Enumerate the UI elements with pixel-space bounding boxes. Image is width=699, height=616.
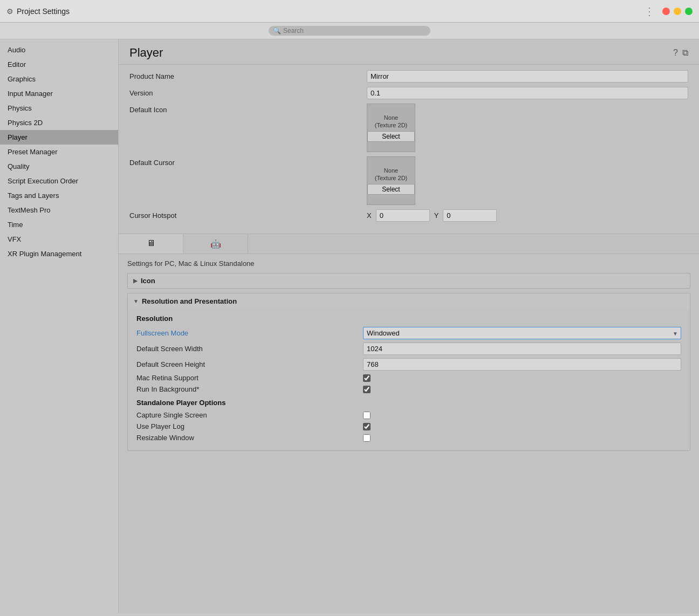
product-name-input[interactable] [367, 70, 688, 83]
platform-subtitle: Settings for PC, Mac & Linux Standalone [127, 259, 690, 268]
use-player-log-checkbox[interactable] [363, 423, 371, 430]
sidebar-item-physics-2d[interactable]: Physics 2D [0, 115, 118, 130]
sidebar-item-player[interactable]: Player [0, 130, 118, 145]
sidebar-item-graphics[interactable]: Graphics [0, 72, 118, 86]
screen-height-value [363, 358, 681, 371]
run-in-background-value [363, 386, 681, 393]
sidebar-item-quality[interactable]: Quality [0, 159, 118, 174]
product-name-value [367, 70, 688, 83]
search-input[interactable] [283, 27, 426, 35]
sidebar-item-vfx[interactable]: VFX [0, 232, 118, 247]
sidebar-item-xr-plugin-management[interactable]: XR Plugin Management [0, 247, 118, 261]
resizable-window-label: Resizable Window [136, 434, 363, 442]
icon-section-arrow: ▶ [133, 278, 138, 284]
layout-icon[interactable]: ⧉ [682, 48, 688, 58]
screen-height-input[interactable] [363, 358, 681, 371]
sidebar-item-time[interactable]: Time [0, 217, 118, 232]
icon-section-header[interactable]: ▶ Icon [128, 273, 690, 288]
mac-retina-checkbox[interactable] [363, 374, 371, 382]
hotspot-x-input[interactable] [376, 209, 430, 222]
capture-single-screen-label: Capture Single Screen [136, 411, 363, 419]
minimize-button[interactable] [674, 8, 681, 15]
gear-icon: ⚙ [6, 7, 13, 16]
resolution-body: Resolution Fullscreen Mode Fullscreen Wi… [128, 309, 690, 450]
version-value [367, 87, 688, 99]
fullscreen-dropdown-wrap: Fullscreen Window Exclusive Fullscreen W… [363, 327, 681, 339]
sidebar-item-input-manager[interactable]: Input Manager [0, 86, 118, 101]
default-cursor-row: Default Cursor None (Texture 2D) Select [129, 156, 688, 205]
icon-section: ▶ Icon [127, 273, 690, 289]
sidebar-item-audio[interactable]: Audio [0, 43, 118, 57]
version-input[interactable] [367, 87, 688, 99]
sidebar-item-editor[interactable]: Editor [0, 57, 118, 72]
sidebar-item-textmesh-pro[interactable]: TextMesh Pro [0, 203, 118, 217]
title-text: Project Settings [17, 7, 70, 16]
window-controls: ⋮ [644, 5, 693, 18]
resolution-section-label: Resolution and Presentation [142, 297, 237, 305]
hotspot-x-label: X [367, 211, 372, 220]
run-in-background-checkbox[interactable] [363, 386, 371, 393]
resolution-section-header[interactable]: ▼ Resolution and Presentation [128, 293, 690, 309]
mac-retina-value [363, 374, 681, 382]
fullscreen-mode-select[interactable]: Fullscreen Window Exclusive Fullscreen W… [363, 327, 681, 339]
fullscreen-mode-value: Fullscreen Window Exclusive Fullscreen W… [363, 327, 681, 339]
product-name-row: Product Name [129, 70, 688, 83]
search-wrap: 🔍 [269, 26, 430, 36]
hotspot-y-label: Y [434, 211, 439, 220]
hotspot-y-input[interactable] [443, 209, 497, 222]
sidebar-item-tags-and-layers[interactable]: Tags and Layers [0, 188, 118, 203]
maximize-button[interactable] [685, 8, 693, 15]
fullscreen-mode-label[interactable]: Fullscreen Mode [136, 329, 363, 337]
cursor-hotspot-fields: X Y [367, 209, 497, 222]
resizable-window-value [363, 434, 681, 442]
screen-width-input[interactable] [363, 343, 681, 355]
fullscreen-mode-row: Fullscreen Mode Fullscreen Window Exclus… [136, 327, 681, 339]
resizable-window-checkbox[interactable] [363, 434, 371, 442]
help-icon[interactable]: ? [673, 48, 678, 58]
screen-width-row: Default Screen Width [136, 343, 681, 355]
header-icons: ? ⧉ [673, 48, 688, 58]
sidebar: AudioEditorGraphicsInput ManagerPhysicsP… [0, 39, 119, 613]
resolution-section: ▼ Resolution and Presentation Resolution… [127, 293, 690, 451]
main-layout: AudioEditorGraphicsInput ManagerPhysicsP… [0, 39, 699, 613]
product-name-label: Product Name [129, 72, 367, 80]
resizable-window-row: Resizable Window [136, 434, 681, 442]
default-icon-select-button[interactable]: Select [367, 131, 415, 142]
default-icon-none-text: None (Texture 2D) [375, 114, 408, 129]
default-icon-box: None (Texture 2D) Select [367, 104, 415, 152]
title-bar: ⚙ Project Settings ⋮ [0, 0, 699, 23]
search-bar: 🔍 [0, 23, 699, 39]
tab-desktop[interactable]: 🖥 [119, 234, 183, 254]
sidebar-item-script-execution-order[interactable]: Script Execution Order [0, 174, 118, 188]
resolution-section-arrow: ▼ [133, 298, 139, 304]
default-icon-row: Default Icon None (Texture 2D) Select [129, 104, 688, 152]
window-title: ⚙ Project Settings [6, 7, 70, 16]
screen-width-label: Default Screen Width [136, 345, 363, 353]
resolution-subtitle: Resolution [136, 314, 681, 323]
default-cursor-label: Default Cursor [129, 156, 367, 167]
capture-single-screen-value [363, 412, 681, 419]
default-cursor-box: None (Texture 2D) Select [367, 156, 415, 205]
default-cursor-none-text: None (Texture 2D) [375, 167, 408, 182]
run-in-background-row: Run In Background* [136, 385, 681, 393]
run-in-background-label: Run In Background* [136, 385, 363, 393]
use-player-log-row: Use Player Log [136, 422, 681, 430]
cursor-hotspot-row: Cursor Hotspot X Y [129, 209, 688, 222]
tab-android[interactable]: 🤖 [183, 234, 248, 254]
default-cursor-select-button[interactable]: Select [367, 184, 415, 195]
close-button[interactable] [662, 8, 670, 15]
sidebar-item-preset-manager[interactable]: Preset Manager [0, 145, 118, 159]
page-title: Player [129, 46, 163, 60]
sidebar-item-physics[interactable]: Physics [0, 101, 118, 115]
capture-single-screen-checkbox[interactable] [363, 412, 371, 419]
version-row: Version [129, 87, 688, 99]
android-icon: 🤖 [210, 239, 221, 249]
platform-tabs: 🖥 🤖 [119, 234, 699, 254]
more-dots-icon: ⋮ [644, 5, 655, 18]
screen-height-row: Default Screen Height [136, 358, 681, 371]
use-player-log-label: Use Player Log [136, 422, 363, 430]
basic-settings: Product Name Version Default Icon None (… [119, 65, 699, 234]
capture-single-screen-row: Capture Single Screen [136, 411, 681, 419]
default-icon-label: Default Icon [129, 104, 367, 114]
standalone-options-title: Standalone Player Options [136, 399, 681, 407]
